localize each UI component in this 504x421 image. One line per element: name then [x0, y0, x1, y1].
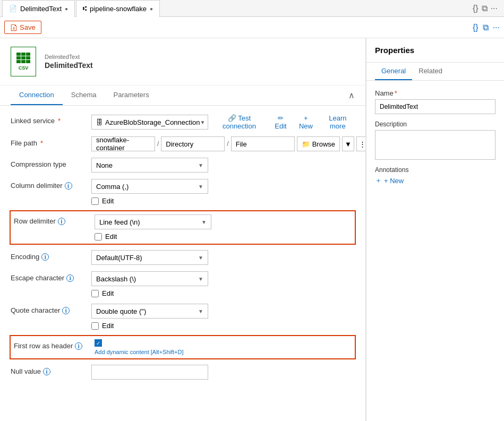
quote-character-row: Quote character i Double quote (") ▼ Edi…	[11, 304, 355, 330]
more-options-icon[interactable]: ···	[491, 4, 498, 13]
quote-edit-checkbox-input[interactable]	[91, 322, 99, 330]
add-dynamic-content-link[interactable]: Add dynamic content [Alt+Shift+D]	[95, 349, 184, 355]
browse-button[interactable]: 📁 Browse	[297, 136, 340, 151]
escape-chevron: ▼	[198, 276, 203, 282]
properties-title: Properties	[366, 38, 504, 63]
prop-tab-general[interactable]: General	[375, 63, 412, 80]
code-icon[interactable]: {}	[473, 23, 479, 32]
tab-pipeline-snowflake-label: pipeline-snowflake	[90, 5, 147, 13]
quote-character-select[interactable]: Double quote (") ▼	[91, 304, 208, 319]
name-field: Name *	[375, 89, 496, 114]
quote-edit-checkbox[interactable]: Edit	[91, 322, 114, 330]
escape-edit-checkbox-input[interactable]	[91, 290, 99, 297]
tab-parameters[interactable]: Parameters	[105, 85, 157, 105]
test-connection-button[interactable]: 🔗 Test connection	[212, 114, 266, 130]
compression-type-row: Compression type None ▼	[11, 158, 355, 173]
add-icon: ＋	[375, 176, 382, 185]
new-linked-service-button[interactable]: + New	[295, 114, 317, 130]
null-value-info-icon[interactable]: i	[43, 368, 50, 375]
browse-icon: 📁	[302, 140, 310, 148]
escape-edit-checkbox[interactable]: Edit	[91, 289, 114, 297]
collapse-icon[interactable]: ∧	[348, 90, 355, 100]
dataset-name: DelimitedText	[45, 61, 93, 70]
save-button[interactable]: Save	[4, 21, 41, 34]
dataset-type: DelimitedText	[45, 54, 93, 60]
tab-pipeline-snowflake-close[interactable]: ●	[150, 6, 153, 12]
pipeline-snowflake-tab-icon: ⑆	[83, 5, 87, 12]
copy-icon[interactable]: ⧉	[482, 4, 488, 13]
first-row-checkbox-wrap	[95, 339, 184, 347]
row-edit-checkbox[interactable]: Edit	[95, 233, 117, 240]
quote-info-icon[interactable]: i	[62, 307, 70, 314]
encoding-label: Encoding i	[11, 250, 85, 261]
section-tabs: Connection Schema Parameters ∧	[0, 85, 365, 106]
escape-edit-label: Edit	[102, 289, 114, 297]
compression-type-select[interactable]: None ▼	[91, 158, 208, 173]
tab-bar: 📄 DelimitedText ● ⑆ pipeline-snowflake ●…	[0, 0, 504, 17]
annotations-field: Annotations ＋ + New	[375, 166, 496, 185]
column-delimiter-info-icon[interactable]: i	[65, 182, 72, 190]
null-value-input[interactable]	[91, 365, 208, 380]
dataset-info: DelimitedText DelimitedText	[45, 54, 93, 70]
file-path-container[interactable]: snowflake-container	[91, 136, 155, 151]
column-edit-checkbox[interactable]: Edit	[91, 197, 114, 205]
null-value-label: Null value i	[11, 365, 85, 375]
prop-tab-related[interactable]: Related	[412, 63, 449, 80]
linked-service-value: AzureBlobStorage_Connection	[105, 118, 200, 126]
column-edit-checkbox-input[interactable]	[91, 197, 99, 205]
encoding-info-icon[interactable]: i	[41, 253, 49, 261]
quote-character-label: Quote character i	[11, 304, 85, 314]
escape-character-subrow: Backslash (\) ▼ Edit	[91, 271, 208, 297]
more-icon[interactable]: ···	[493, 23, 500, 32]
column-delimiter-select[interactable]: Comma (,) ▼	[91, 179, 208, 194]
row-delimiter-info-icon[interactable]: i	[58, 218, 65, 225]
tab-delimited-text[interactable]: 📄 DelimitedText ●	[2, 0, 75, 17]
tab-schema[interactable]: Schema	[63, 85, 105, 105]
file-path-directory[interactable]: Directory	[161, 136, 225, 151]
main-area: CSV DelimitedText DelimitedText Connecti…	[0, 38, 504, 421]
name-input[interactable]	[375, 99, 496, 114]
toolbar: Save {} ⧉ ···	[0, 17, 504, 38]
browse-more[interactable]: ⋮	[356, 136, 366, 151]
tab-delimited-text-close[interactable]: ●	[65, 6, 68, 12]
column-delimiter-chevron: ▼	[198, 184, 203, 190]
first-row-checkbox[interactable]	[95, 339, 102, 347]
row-delimiter-select[interactable]: Line feed (\n) ▼	[95, 214, 211, 229]
first-row-header-info-icon[interactable]: i	[75, 342, 82, 350]
escape-info-icon[interactable]: i	[66, 274, 74, 282]
first-row-header-row: First row as header i Add dynamic conten…	[14, 339, 352, 355]
tab-pipeline-snowflake[interactable]: ⑆ pipeline-snowflake ●	[76, 0, 160, 17]
tab-connection[interactable]: Connection	[11, 85, 63, 105]
properties-body: Name * Description Annotations ＋ + New	[366, 81, 504, 194]
learn-more-button[interactable]: Learn more	[321, 114, 355, 130]
quote-chevron: ▼	[198, 308, 203, 314]
code-view-icon[interactable]: {}	[473, 4, 479, 13]
toolbar-right: {} ⧉ ···	[473, 23, 500, 32]
encoding-row: Encoding i Default(UTF-8) ▼	[11, 250, 355, 265]
description-field: Description	[375, 121, 496, 160]
escape-character-label: Escape character i	[11, 271, 85, 282]
escape-character-select[interactable]: Backslash (\) ▼	[91, 271, 208, 286]
encoding-select[interactable]: Default(UTF-8) ▼	[91, 250, 208, 265]
description-field-label: Description	[375, 121, 496, 128]
row-delimiter-row: Row delimiter i Line feed (\n) ▼ Edit	[14, 214, 352, 240]
row-edit-checkbox-input[interactable]	[95, 233, 102, 240]
file-path-row: File path * snowflake-container / Direct…	[11, 136, 355, 151]
template-icon[interactable]: ⧉	[483, 23, 489, 32]
linked-service-select[interactable]: 🗄 AzureBlobStorage_Connection ▼	[91, 115, 208, 130]
file-path-file[interactable]: File	[231, 136, 295, 151]
linked-service-controls: 🗄 AzureBlobStorage_Connection ▼ 🔗 Test c…	[91, 114, 355, 130]
row-delimiter-highlight: Row delimiter i Line feed (\n) ▼ Edit	[10, 210, 356, 245]
first-row-header-controls: Add dynamic content [Alt+Shift+D]	[95, 339, 184, 355]
name-field-label: Name *	[375, 89, 496, 97]
add-annotation-button[interactable]: ＋ + New	[375, 176, 496, 185]
quote-character-subrow: Double quote (") ▼ Edit	[91, 304, 208, 330]
column-delimiter-edit-row: Edit	[91, 197, 208, 205]
annotations-label: Annotations	[375, 166, 496, 174]
properties-tabs: General Related	[366, 63, 504, 81]
browse-chevron[interactable]: ▼	[342, 136, 354, 151]
edit-linked-service-button[interactable]: ✏ Edit	[270, 114, 291, 130]
column-edit-label: Edit	[102, 197, 114, 205]
file-path-controls: snowflake-container / Directory / File 📁…	[91, 136, 366, 151]
description-textarea[interactable]	[375, 130, 496, 160]
